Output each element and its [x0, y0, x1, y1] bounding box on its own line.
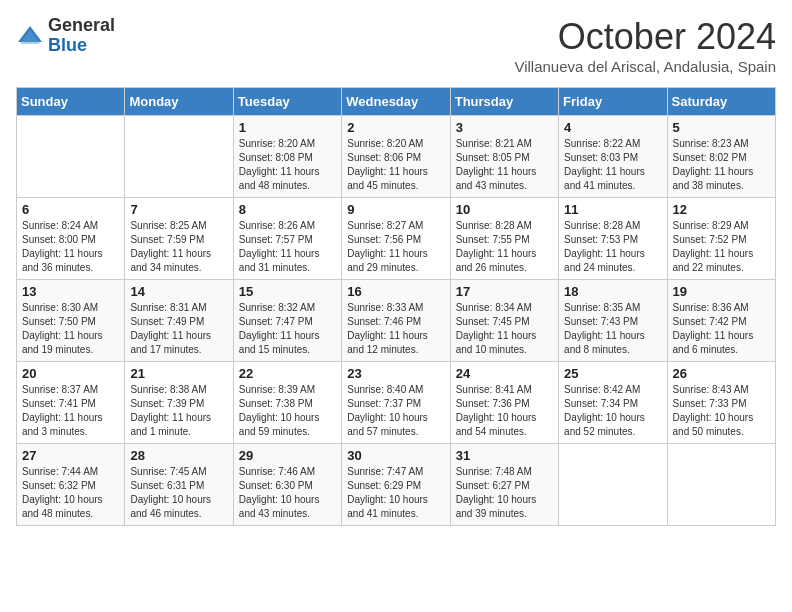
- day-number: 14: [130, 284, 227, 299]
- day-number: 15: [239, 284, 336, 299]
- day-number: 7: [130, 202, 227, 217]
- calendar-cell: 12 Sunrise: 8:29 AMSunset: 7:52 PMDaylig…: [667, 198, 775, 280]
- calendar-cell: 4 Sunrise: 8:22 AMSunset: 8:03 PMDayligh…: [559, 116, 667, 198]
- calendar-cell: 13 Sunrise: 8:30 AMSunset: 7:50 PMDaylig…: [17, 280, 125, 362]
- day-number: 8: [239, 202, 336, 217]
- day-info: Sunrise: 7:48 AMSunset: 6:27 PMDaylight:…: [456, 466, 537, 519]
- header-sunday: Sunday: [17, 88, 125, 116]
- day-number: 1: [239, 120, 336, 135]
- day-number: 10: [456, 202, 553, 217]
- calendar-cell: [667, 444, 775, 526]
- logo-icon: [16, 22, 44, 50]
- day-info: Sunrise: 8:32 AMSunset: 7:47 PMDaylight:…: [239, 302, 320, 355]
- calendar-cell: 24 Sunrise: 8:41 AMSunset: 7:36 PMDaylig…: [450, 362, 558, 444]
- calendar-table: SundayMondayTuesdayWednesdayThursdayFrid…: [16, 87, 776, 526]
- calendar-week-row: 27 Sunrise: 7:44 AMSunset: 6:32 PMDaylig…: [17, 444, 776, 526]
- calendar-cell: 16 Sunrise: 8:33 AMSunset: 7:46 PMDaylig…: [342, 280, 450, 362]
- day-info: Sunrise: 8:39 AMSunset: 7:38 PMDaylight:…: [239, 384, 320, 437]
- day-number: 11: [564, 202, 661, 217]
- day-info: Sunrise: 8:28 AMSunset: 7:53 PMDaylight:…: [564, 220, 645, 273]
- day-info: Sunrise: 8:41 AMSunset: 7:36 PMDaylight:…: [456, 384, 537, 437]
- calendar-header-row: SundayMondayTuesdayWednesdayThursdayFrid…: [17, 88, 776, 116]
- day-info: Sunrise: 8:42 AMSunset: 7:34 PMDaylight:…: [564, 384, 645, 437]
- day-number: 22: [239, 366, 336, 381]
- calendar-cell: 10 Sunrise: 8:28 AMSunset: 7:55 PMDaylig…: [450, 198, 558, 280]
- day-info: Sunrise: 8:27 AMSunset: 7:56 PMDaylight:…: [347, 220, 428, 273]
- calendar-week-row: 1 Sunrise: 8:20 AMSunset: 8:08 PMDayligh…: [17, 116, 776, 198]
- day-number: 26: [673, 366, 770, 381]
- calendar-cell: 30 Sunrise: 7:47 AMSunset: 6:29 PMDaylig…: [342, 444, 450, 526]
- day-info: Sunrise: 7:47 AMSunset: 6:29 PMDaylight:…: [347, 466, 428, 519]
- day-number: 3: [456, 120, 553, 135]
- day-number: 21: [130, 366, 227, 381]
- day-info: Sunrise: 8:29 AMSunset: 7:52 PMDaylight:…: [673, 220, 754, 273]
- calendar-cell: 19 Sunrise: 8:36 AMSunset: 7:42 PMDaylig…: [667, 280, 775, 362]
- day-info: Sunrise: 8:33 AMSunset: 7:46 PMDaylight:…: [347, 302, 428, 355]
- calendar-week-row: 6 Sunrise: 8:24 AMSunset: 8:00 PMDayligh…: [17, 198, 776, 280]
- calendar-week-row: 20 Sunrise: 8:37 AMSunset: 7:41 PMDaylig…: [17, 362, 776, 444]
- day-info: Sunrise: 8:35 AMSunset: 7:43 PMDaylight:…: [564, 302, 645, 355]
- day-info: Sunrise: 7:46 AMSunset: 6:30 PMDaylight:…: [239, 466, 320, 519]
- day-number: 19: [673, 284, 770, 299]
- month-title: October 2024: [514, 16, 776, 58]
- calendar-cell: [125, 116, 233, 198]
- logo-blue-text: Blue: [48, 35, 87, 55]
- calendar-cell: [559, 444, 667, 526]
- day-info: Sunrise: 8:28 AMSunset: 7:55 PMDaylight:…: [456, 220, 537, 273]
- header-friday: Friday: [559, 88, 667, 116]
- calendar-cell: 3 Sunrise: 8:21 AMSunset: 8:05 PMDayligh…: [450, 116, 558, 198]
- day-info: Sunrise: 8:37 AMSunset: 7:41 PMDaylight:…: [22, 384, 103, 437]
- page-header: General Blue October 2024 Villanueva del…: [16, 16, 776, 75]
- calendar-cell: 27 Sunrise: 7:44 AMSunset: 6:32 PMDaylig…: [17, 444, 125, 526]
- calendar-cell: 18 Sunrise: 8:35 AMSunset: 7:43 PMDaylig…: [559, 280, 667, 362]
- calendar-cell: [17, 116, 125, 198]
- calendar-cell: 29 Sunrise: 7:46 AMSunset: 6:30 PMDaylig…: [233, 444, 341, 526]
- day-number: 27: [22, 448, 119, 463]
- day-number: 25: [564, 366, 661, 381]
- title-block: October 2024 Villanueva del Ariscal, And…: [514, 16, 776, 75]
- day-number: 20: [22, 366, 119, 381]
- header-monday: Monday: [125, 88, 233, 116]
- day-info: Sunrise: 8:21 AMSunset: 8:05 PMDaylight:…: [456, 138, 537, 191]
- day-info: Sunrise: 8:43 AMSunset: 7:33 PMDaylight:…: [673, 384, 754, 437]
- calendar-cell: 2 Sunrise: 8:20 AMSunset: 8:06 PMDayligh…: [342, 116, 450, 198]
- day-number: 4: [564, 120, 661, 135]
- day-number: 5: [673, 120, 770, 135]
- calendar-cell: 26 Sunrise: 8:43 AMSunset: 7:33 PMDaylig…: [667, 362, 775, 444]
- calendar-week-row: 13 Sunrise: 8:30 AMSunset: 7:50 PMDaylig…: [17, 280, 776, 362]
- calendar-cell: 23 Sunrise: 8:40 AMSunset: 7:37 PMDaylig…: [342, 362, 450, 444]
- calendar-cell: 22 Sunrise: 8:39 AMSunset: 7:38 PMDaylig…: [233, 362, 341, 444]
- day-info: Sunrise: 8:38 AMSunset: 7:39 PMDaylight:…: [130, 384, 211, 437]
- day-info: Sunrise: 8:23 AMSunset: 8:02 PMDaylight:…: [673, 138, 754, 191]
- day-info: Sunrise: 8:36 AMSunset: 7:42 PMDaylight:…: [673, 302, 754, 355]
- header-tuesday: Tuesday: [233, 88, 341, 116]
- day-number: 24: [456, 366, 553, 381]
- day-number: 2: [347, 120, 444, 135]
- day-number: 9: [347, 202, 444, 217]
- day-number: 13: [22, 284, 119, 299]
- day-info: Sunrise: 8:22 AMSunset: 8:03 PMDaylight:…: [564, 138, 645, 191]
- calendar-cell: 7 Sunrise: 8:25 AMSunset: 7:59 PMDayligh…: [125, 198, 233, 280]
- day-info: Sunrise: 8:31 AMSunset: 7:49 PMDaylight:…: [130, 302, 211, 355]
- day-number: 16: [347, 284, 444, 299]
- day-info: Sunrise: 8:25 AMSunset: 7:59 PMDaylight:…: [130, 220, 211, 273]
- day-info: Sunrise: 8:20 AMSunset: 8:08 PMDaylight:…: [239, 138, 320, 191]
- day-info: Sunrise: 8:40 AMSunset: 7:37 PMDaylight:…: [347, 384, 428, 437]
- day-number: 29: [239, 448, 336, 463]
- calendar-cell: 1 Sunrise: 8:20 AMSunset: 8:08 PMDayligh…: [233, 116, 341, 198]
- calendar-cell: 6 Sunrise: 8:24 AMSunset: 8:00 PMDayligh…: [17, 198, 125, 280]
- day-info: Sunrise: 7:45 AMSunset: 6:31 PMDaylight:…: [130, 466, 211, 519]
- day-info: Sunrise: 8:20 AMSunset: 8:06 PMDaylight:…: [347, 138, 428, 191]
- day-info: Sunrise: 8:30 AMSunset: 7:50 PMDaylight:…: [22, 302, 103, 355]
- day-info: Sunrise: 7:44 AMSunset: 6:32 PMDaylight:…: [22, 466, 103, 519]
- logo-general-text: General: [48, 15, 115, 35]
- day-number: 30: [347, 448, 444, 463]
- calendar-cell: 17 Sunrise: 8:34 AMSunset: 7:45 PMDaylig…: [450, 280, 558, 362]
- day-number: 31: [456, 448, 553, 463]
- header-thursday: Thursday: [450, 88, 558, 116]
- calendar-cell: 25 Sunrise: 8:42 AMSunset: 7:34 PMDaylig…: [559, 362, 667, 444]
- day-number: 23: [347, 366, 444, 381]
- day-number: 18: [564, 284, 661, 299]
- calendar-cell: 5 Sunrise: 8:23 AMSunset: 8:02 PMDayligh…: [667, 116, 775, 198]
- day-number: 12: [673, 202, 770, 217]
